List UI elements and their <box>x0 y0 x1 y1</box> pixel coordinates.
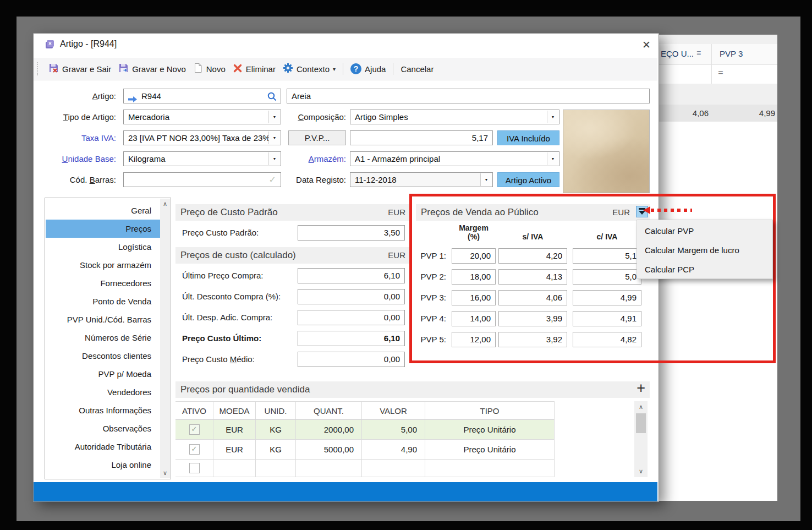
iva-incluido-toggle[interactable]: IVA Incluído <box>497 130 559 145</box>
window-title: Artigo - [R944] <box>60 39 117 49</box>
col-header-quant[interactable]: QUANT. <box>296 402 362 420</box>
ativo-checkbox[interactable] <box>189 463 200 473</box>
add-row-icon[interactable]: + <box>637 380 645 396</box>
scroll-up-icon[interactable]: ∧ <box>634 403 648 411</box>
screenshot-root: EÇO U... ≡ PVP 3 = 4,06 4,99 Artigo - [R… <box>0 0 812 530</box>
scroll-down-icon[interactable]: ∨ <box>634 468 648 475</box>
sidebar-item-geral[interactable]: Geral <box>46 201 160 220</box>
delete-button[interactable]: Eliminar <box>233 63 276 75</box>
toolbar-separator <box>343 63 343 75</box>
save-new-button[interactable]: Gravar e Novo <box>118 63 186 75</box>
ativo-checkbox[interactable]: ✓ <box>189 444 200 455</box>
menu-item-calcular-pvp[interactable]: Calcular PVP <box>637 221 772 241</box>
sidebar-item-stock[interactable]: Stock por armazém <box>46 256 160 274</box>
scroll-up-icon[interactable]: ∧ <box>160 200 170 207</box>
sidebar-item-outras-info[interactable]: Outras Informações <box>46 401 160 419</box>
chevron-down-icon[interactable]: ▼ <box>547 152 558 165</box>
search-icon[interactable] <box>267 91 277 106</box>
sidebar-item-observacoes[interactable]: Observações <box>46 419 160 438</box>
menu-item-calcular-margem[interactable]: Calcular Margem de lucro <box>637 241 772 260</box>
artigo-label: Artigo: <box>39 89 116 103</box>
col-header-ativo[interactable]: ATIVO <box>175 402 213 420</box>
sidebar-item-descontos[interactable]: Descontos clientes <box>46 347 160 365</box>
ultimo-preco-compra-input[interactable]: 6,10 <box>298 268 405 283</box>
sidebar-item-autoridade[interactable]: Autoridade Tributária <box>46 438 160 456</box>
filter-icon[interactable]: ≡ <box>696 48 701 57</box>
preco-custo-ultimo-label: Preço Custo Último: <box>182 331 261 346</box>
sidebar-scrollbar[interactable]: ∧ ∨ <box>160 199 170 478</box>
armazem-label: Armazém: <box>288 151 346 166</box>
pvp-value-input[interactable]: 5,17 <box>350 130 493 145</box>
pvp-button[interactable]: P.V.P... <box>288 130 346 145</box>
data-registo-combo[interactable]: 11-12-2018 ▼ <box>350 172 493 187</box>
chevron-down-icon[interactable]: ▼ <box>480 173 492 186</box>
product-image[interactable] <box>563 110 650 193</box>
quant-table-header: ATIVO MOEDA UNID. QUANT. VALOR TIPO <box>175 401 555 420</box>
ult-desconto-compra-input[interactable]: 0,00 <box>298 289 405 304</box>
preco-custo-padrao-label: Preço Custo Padrão: <box>182 225 259 241</box>
chevron-down-icon[interactable]: ▼ <box>547 111 558 123</box>
calculate-context-menu: Calcular PVP Calcular Margem de lucro Ca… <box>637 220 773 279</box>
col-header-tipo[interactable]: TIPO <box>425 402 555 420</box>
new-button[interactable]: Novo <box>193 63 226 75</box>
sidebar-item-pvp-unid[interactable]: PVP Unid./Cód. Barras <box>46 310 160 329</box>
bg-grid-col1-header[interactable]: EÇO U... <box>661 49 694 58</box>
sidebar-item-loja-online[interactable]: Loja online <box>46 456 160 474</box>
delete-x-icon <box>233 63 243 75</box>
bg-grid-filter-operator[interactable]: = <box>715 68 726 78</box>
preco-custo-medio-input[interactable]: 0,00 <box>298 352 405 367</box>
app-icon <box>45 39 56 52</box>
close-icon[interactable]: ✕ <box>639 38 654 52</box>
toolbar-drag-handle[interactable] <box>37 62 40 75</box>
unidade-base-combo[interactable]: Kilograma ▼ <box>123 151 281 166</box>
sidebar-item-vendedores[interactable]: Vendedores <box>46 383 160 401</box>
scroll-down-icon[interactable]: ∨ <box>160 469 170 477</box>
cod-barras-input[interactable]: ✓ <box>123 172 281 187</box>
ultimo-preco-compra-label: Último Preço Compra: <box>182 268 264 283</box>
chevron-down-icon[interactable]: ▼ <box>268 111 280 123</box>
sidebar-item-pvp-moeda[interactable]: PVP p/ Moeda <box>46 365 160 383</box>
ativo-checkbox[interactable]: ✓ <box>189 424 200 435</box>
scrollbar-thumb[interactable] <box>636 413 646 433</box>
col-header-unid[interactable]: UNID. <box>256 402 296 420</box>
sidebar-item-precos[interactable]: Preços <box>46 220 160 238</box>
armazem-combo[interactable]: A1 - Armazém principal ▼ <box>350 151 559 166</box>
bg-grid-cell-pvp3: 4,99 <box>711 105 775 122</box>
bg-window-top-strip <box>658 35 777 44</box>
status-bar <box>34 482 657 501</box>
col-header-valor[interactable]: VALOR <box>362 402 425 420</box>
artigo-descricao-input[interactable]: Areia <box>287 89 650 103</box>
quant-table-scrollbar[interactable]: ∧ ∨ <box>634 401 648 477</box>
bg-grid-col2-header[interactable]: PVP 3 <box>720 49 743 58</box>
bg-grid-data-row[interactable]: 4,06 4,99 <box>658 105 777 122</box>
gear-icon <box>283 63 293 75</box>
annotation-arrow-head <box>643 206 650 214</box>
sidebar-item-fornecedores[interactable]: Fornecedores <box>46 274 160 292</box>
chevron-down-icon[interactable]: ▼ <box>268 132 280 144</box>
table-row[interactable]: ✓ EUR KG 5000,00 4,90 Preço Unitário <box>175 440 555 460</box>
artigo-code-input[interactable]: R944 <box>123 89 281 103</box>
bg-grid-cell-preco: 4,06 <box>658 105 709 122</box>
menu-item-calcular-pcp[interactable]: Calcular PCP <box>637 260 772 279</box>
preco-custo-padrao-input[interactable]: 3,50 <box>298 225 405 241</box>
taxa-iva-label: Taxa IVA: <box>39 130 116 145</box>
artigo-activo-toggle[interactable]: Artigo Activo <box>497 172 559 187</box>
help-button[interactable]: ? Ajuda <box>350 63 386 74</box>
sidebar-item-ponto-venda[interactable]: Ponto de Venda <box>46 292 160 310</box>
check-icon: ✓ <box>269 173 276 187</box>
context-button[interactable]: Contexto ▾ <box>283 63 336 75</box>
cancel-button[interactable]: Cancelar <box>400 64 434 74</box>
composicao-combo[interactable]: Artigo Simples ▼ <box>350 110 559 124</box>
sidebar-item-numeros-serie[interactable]: Números de Série <box>46 329 160 347</box>
table-row[interactable] <box>175 460 555 477</box>
tipo-artigo-combo[interactable]: Mercadoria ▼ <box>123 110 281 124</box>
ult-desp-adic-input[interactable]: 0,00 <box>298 310 405 325</box>
chevron-down-icon[interactable]: ▼ <box>268 152 280 165</box>
table-row[interactable]: ✓ EUR KG 2000,00 5,00 Preço Unitário <box>175 420 555 440</box>
taxa-iva-combo[interactable]: 23 [IVA PT NOR 23,00%] Taxa de 23% ▼ <box>123 130 281 145</box>
new-page-icon <box>193 63 203 75</box>
preco-custo-ultimo-input[interactable]: 6,10 <box>298 331 405 346</box>
sidebar-item-logistica[interactable]: Logística <box>46 238 160 256</box>
save-exit-button[interactable]: Gravar e Sair <box>48 63 111 75</box>
col-header-moeda[interactable]: MOEDA <box>213 402 256 420</box>
